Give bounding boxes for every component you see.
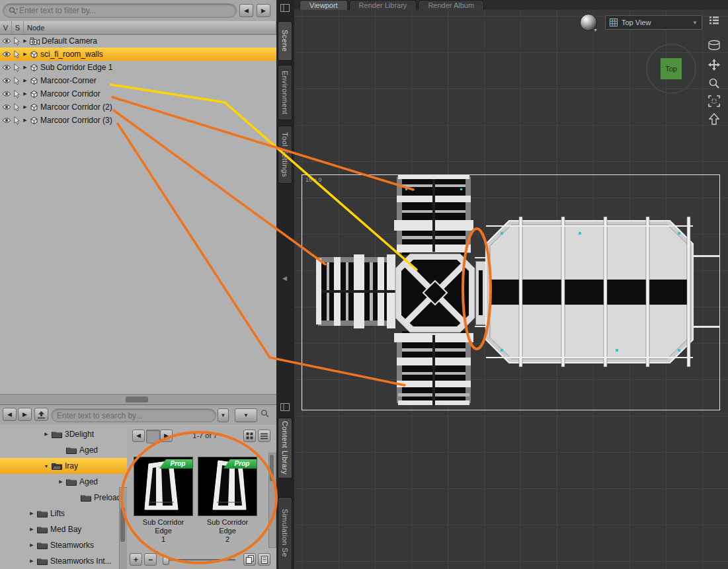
scene-filter-box[interactable] [3,3,237,18]
list-view-button[interactable] [258,430,270,442]
selectable-pointer-icon[interactable] [13,77,20,85]
search-history-dropdown[interactable]: ▼ [235,408,257,422]
expand-arrow-icon[interactable]: ▶ [22,65,28,70]
visibility-eye-icon[interactable] [2,117,11,124]
dock-tab-scene[interactable]: Scene [278,21,292,61]
scrollbar-thumb[interactable] [120,508,125,542]
tree-scrollbar[interactable] [119,487,127,569]
expand-arrow-icon[interactable]: ▶ [22,104,28,110]
page-options-button[interactable] [258,553,270,566]
panes-menu-icon[interactable] [709,16,719,28]
scene-node-row[interactable]: ▶ Default Camera [0,34,276,48]
zoom-view-button[interactable] [705,75,723,92]
expand-arrow-icon[interactable]: ▶ [22,38,28,44]
tree-row[interactable]: Preload [0,490,127,506]
navigate-up-button[interactable] [34,408,48,421]
asset-card[interactable]: Prop Sub Corridor Edge 2 [198,457,257,544]
panes-icon[interactable] [280,402,290,414]
visibility-eye-icon[interactable] [2,104,11,110]
visibility-eye-icon[interactable] [2,91,11,97]
selectable-pointer-icon[interactable] [13,37,20,46]
selectable-pointer-icon[interactable] [13,63,20,72]
panes-icon[interactable] [280,3,290,15]
scene-node-row[interactable]: ▶ Sub Corridor Edge 1 [0,61,276,74]
view-cube-top-face[interactable]: Top [660,57,682,80]
content-back-button[interactable]: ◀ [3,408,17,421]
scene-horizontal-scrollbar[interactable] [0,394,276,405]
expand-arrow-icon[interactable]: ▶ [29,511,34,516]
expand-arrow-icon[interactable]: ▶ [22,52,28,57]
visibility-eye-icon[interactable] [2,38,11,44]
filter-forward-button[interactable]: ▶ [257,4,270,17]
zoom-in-button[interactable]: + [130,553,142,566]
viewport-canvas[interactable]: 16 x 9 ▼ Top View ▼ Top [294,10,728,569]
tree-row[interactable]: Aged [0,442,127,458]
expand-arrow-icon[interactable]: ▶ [58,479,63,484]
tree-row[interactable]: ▶ Lifts [0,506,127,521]
tree-row[interactable]: ▶ Med Bay [0,521,127,537]
tree-row[interactable]: ▶ 3Delight [0,426,127,442]
thumbnail-size-slider[interactable] [164,559,235,561]
column-node[interactable]: Node [24,21,276,34]
scene-node-row[interactable]: ▶ Marcoor-Corner [0,74,276,87]
dock-tab-simulation-settings[interactable]: Simulation Se [278,497,292,569]
scene-node-row[interactable]: ▶ Marcoor Corridor [0,87,276,100]
column-visibility[interactable]: V [0,21,12,34]
visibility-eye-icon[interactable] [2,77,11,84]
dock-collapse-icon[interactable]: ◀ [282,275,287,282]
frame-view-button[interactable] [705,93,723,110]
collapse-arrow-icon[interactable]: ▼ [44,464,49,469]
content-search-input[interactable] [56,410,212,421]
column-selectable[interactable]: S [12,21,24,34]
scene-filter-input[interactable] [18,5,231,16]
visibility-eye-icon[interactable] [2,64,11,71]
expand-arrow-icon[interactable]: ▶ [22,91,28,96]
selectable-pointer-icon[interactable] [13,116,20,125]
copy-pages-button[interactable] [243,553,256,566]
view-selector-dropdown[interactable]: Top View ▼ [605,15,702,30]
tree-row[interactable]: ▶ Steamworks Int... [0,553,127,569]
asset-card[interactable]: Prop Sub Corridor Edge 1 [134,457,193,544]
tree-row[interactable]: ▶ Steamworks [0,537,127,553]
selectable-pointer-icon[interactable] [13,50,20,59]
page-number-box[interactable] [146,430,160,443]
content-forward-button[interactable]: ▶ [18,408,32,421]
search-dropdown-button[interactable]: ▼ [218,408,229,422]
asset-thumbnail[interactable]: Prop [134,457,193,516]
expand-arrow-icon[interactable]: ▶ [44,432,49,437]
expand-arrow-icon[interactable]: ▶ [29,543,34,548]
selectable-pointer-icon[interactable] [13,103,20,112]
zoom-out-button[interactable]: − [144,553,157,566]
page-prev-button[interactable]: ◀ [132,430,145,442]
asset-thumbnail[interactable]: Prop [198,457,257,516]
scene-node-row[interactable]: ▶ sci_fi_room_walls [0,48,276,61]
expand-arrow-icon[interactable]: ▶ [22,118,28,123]
dock-tab-environment[interactable]: Environment [278,65,292,120]
selectable-pointer-icon[interactable] [13,90,20,98]
dock-tab-content-library[interactable]: Content Library [278,418,292,478]
chevron-down-icon[interactable]: ▼ [593,28,598,32]
scrollbar-thumb[interactable] [270,455,274,481]
dock-tab-tool-settings[interactable]: Tool Settings [278,126,292,184]
page-next-button[interactable]: ▶ [160,430,173,442]
pan-view-button[interactable] [705,56,723,73]
tree-row[interactable]: ▶ Aged [0,474,127,490]
search-go-button[interactable] [261,409,274,422]
aim-up-button[interactable] [705,110,723,128]
tab-render-album[interactable]: Render Album [418,0,484,11]
expand-arrow-icon[interactable]: ▶ [29,558,34,564]
filter-back-button[interactable]: ◀ [239,4,253,17]
tab-viewport[interactable]: Viewport [300,0,348,11]
expand-arrow-icon[interactable]: ▶ [29,527,34,532]
expand-arrow-icon[interactable]: ▶ [22,78,28,83]
slider-handle[interactable] [163,556,169,565]
grid-view-button[interactable] [243,430,256,442]
scene-node-row[interactable]: ▶ Marcoor Corridor (2) [0,100,276,114]
tree-row[interactable]: ▼ Iray [0,458,127,474]
scrollbar-thumb[interactable] [126,397,148,402]
scene-node-row[interactable]: ▶ Marcoor Corridor (3) [0,114,276,127]
browser-scrollbar[interactable] [268,453,276,548]
content-search-box[interactable] [51,408,216,422]
tab-render-library[interactable]: Render Library [349,0,417,11]
visibility-eye-icon[interactable] [2,51,11,57]
